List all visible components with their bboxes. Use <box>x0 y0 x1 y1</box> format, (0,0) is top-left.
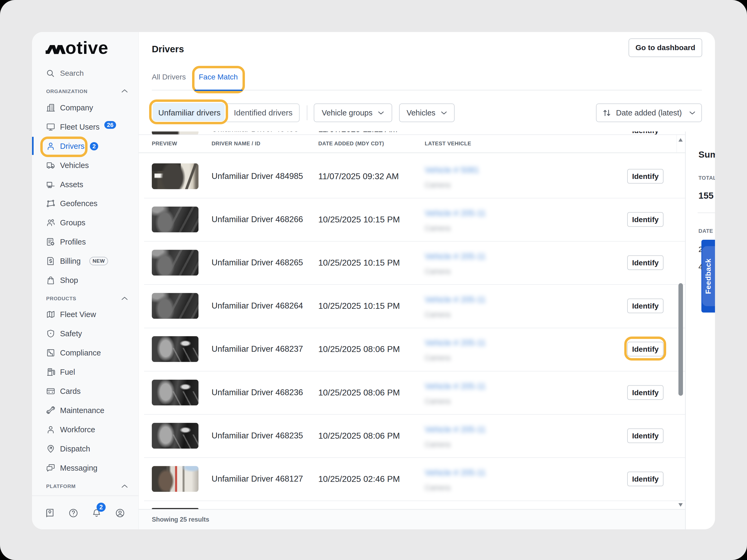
svg-text:otive: otive <box>66 40 108 54</box>
